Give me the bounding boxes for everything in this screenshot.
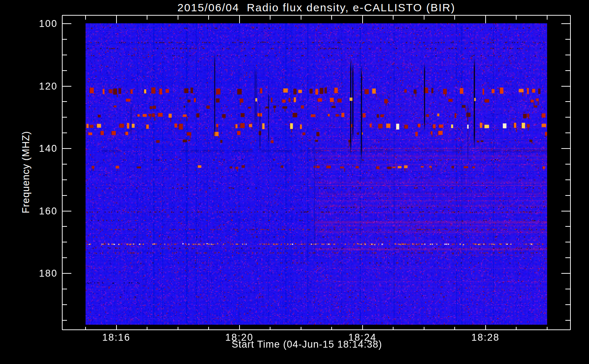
- x-tick-label: 18:24: [348, 332, 377, 343]
- x-tick-label: 18:16: [102, 332, 131, 343]
- spectrogram-page: 2015/06/04 Radio flux density, e-CALLIST…: [0, 0, 589, 364]
- x-tick-label: 18:28: [471, 332, 500, 343]
- y-tick-label: 120: [0, 81, 58, 92]
- chart-title: 2015/06/04 Radio flux density, e-CALLIST…: [177, 1, 455, 14]
- y-tick-label: 180: [0, 268, 58, 279]
- y-tick-label: 100: [0, 18, 58, 29]
- spectrogram-canvas: [86, 23, 547, 325]
- x-tick-label: 18:20: [225, 332, 254, 343]
- y-tick-label: 160: [0, 206, 58, 217]
- y-tick-label: 140: [0, 143, 58, 154]
